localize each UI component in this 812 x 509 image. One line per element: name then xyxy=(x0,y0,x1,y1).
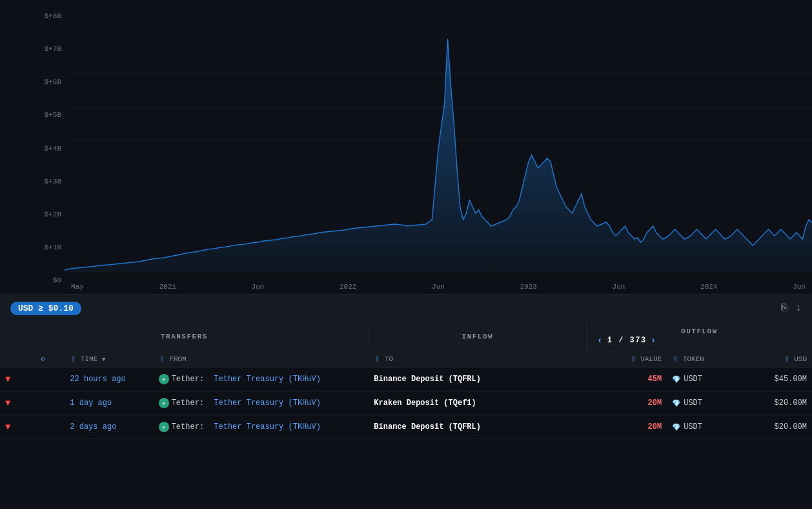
tether-icon: ✦ xyxy=(159,422,169,432)
to-filter-icon: ⧛ xyxy=(374,356,380,363)
time-value: 22 hours ago xyxy=(70,375,125,384)
from-name-text[interactable]: Tether Treasury (TKHuV) xyxy=(214,399,321,408)
copy-icon[interactable]: ⎘ xyxy=(781,302,787,314)
col-time-header[interactable]: ⧛ TIME ▼ xyxy=(65,351,153,368)
row2-token: 💎 USDT xyxy=(667,391,731,415)
table-row: ▼ 1 day ago ✦ Tether: Tether Treasury (T… xyxy=(0,391,812,415)
pagination-current: 1 / 373 xyxy=(607,336,647,345)
download-icon[interactable]: ↓ xyxy=(795,302,802,314)
y-label-2b: $+2B xyxy=(36,211,61,218)
tx-arrow-icon: ▼ xyxy=(5,422,10,432)
chart-y-labels: $+8B $+7B $+6B $+5B $+4B $+3B $+2B $+1B … xyxy=(32,13,65,284)
y-label-3b: $+3B xyxy=(36,178,61,185)
row1-icon: ▼ xyxy=(0,368,19,391)
col-flag xyxy=(0,351,19,368)
row1-flag xyxy=(19,368,36,391)
value-filter-icon: ⧛ xyxy=(630,356,636,363)
to-label: TO xyxy=(385,355,393,363)
tx-arrow-icon: ▼ xyxy=(5,398,10,408)
filter-icons: ⎘ ↓ xyxy=(781,302,802,314)
row3-from: ✦ Tether: Tether Treasury (TKHuV) xyxy=(154,415,369,439)
token-gem-icon: 💎 xyxy=(672,423,681,431)
row3-timer xyxy=(36,415,65,439)
table-sub-headers: ⊙ ⧛ TIME ▼ ⧛ FROM ⧛ TO ⧛ VALUE xyxy=(0,351,812,368)
x-label-jun2: Jun xyxy=(432,284,445,291)
row2-to: Kraken Deposit (TQef1) xyxy=(369,391,586,415)
x-label-jun3: Jun xyxy=(613,284,625,291)
col-token-header[interactable]: ⧛ TOKEN xyxy=(667,351,731,368)
usd-value: $45.00M xyxy=(775,375,807,384)
row1-time: 22 hours ago xyxy=(65,368,153,391)
transfers-header: TRANSFERS xyxy=(0,322,369,351)
time-value: 1 day ago xyxy=(70,399,112,408)
x-label-jun1: Jun xyxy=(252,284,265,291)
col-value-header[interactable]: ⧛ VALUE xyxy=(586,351,667,368)
transfers-table: TRANSFERS INFLOW OUTFLOW ‹ 1 / 373 › ⊙ xyxy=(0,322,812,439)
value-label: VALUE xyxy=(640,355,662,363)
table-wrapper: TRANSFERS INFLOW OUTFLOW ‹ 1 / 373 › ⊙ xyxy=(0,322,812,439)
token-label: TOKEN xyxy=(683,355,704,363)
table-row: ▼ 22 hours ago ✦ Tether: Tether Treasury… xyxy=(0,368,812,391)
row1-timer xyxy=(36,368,65,391)
row1-from: ✦ Tether: Tether Treasury (TKHuV) xyxy=(154,368,369,391)
filter-bar: USD ≥ $0.10 ⎘ ↓ xyxy=(0,294,812,322)
pagination: ‹ 1 / 373 › xyxy=(597,335,802,346)
token-name: USDT xyxy=(684,399,702,408)
to-value[interactable]: Binance Deposit (TQFRL) xyxy=(374,375,481,384)
table-row: ▼ 2 days ago ✦ Tether: Tether Treasury (… xyxy=(0,415,812,439)
row3-to: Binance Deposit (TQFRL) xyxy=(369,415,586,439)
x-label-2022: 2022 xyxy=(340,284,356,291)
inflow-header: INFLOW xyxy=(369,322,586,351)
clock-icon: ⊙ xyxy=(41,356,45,363)
token-gem-icon: 💎 xyxy=(672,375,681,384)
col-to-header[interactable]: ⧛ TO xyxy=(369,351,586,368)
prev-page-button[interactable]: ‹ xyxy=(597,335,604,346)
y-label-6b: $+6B xyxy=(36,79,61,86)
usd-value: $20.00M xyxy=(775,422,807,431)
time-filter-icon: ⧛ xyxy=(70,356,76,363)
chart-svg xyxy=(65,6,812,275)
token-filter-icon: ⧛ xyxy=(672,356,678,363)
filter-badge[interactable]: USD ≥ $0.10 xyxy=(10,302,81,315)
row2-from: ✦ Tether: Tether Treasury (TKHuV) xyxy=(154,391,369,415)
col-timer: ⊙ xyxy=(36,351,65,368)
outflow-header: OUTFLOW ‹ 1 / 373 › xyxy=(586,322,812,351)
from-filter-icon: ⧛ xyxy=(159,356,165,363)
row2-time: 1 day ago xyxy=(65,391,153,415)
row2-icon: ▼ xyxy=(0,391,19,415)
from-value: ✦ Tether: Tether Treasury (TKHuV) xyxy=(159,422,364,432)
from-name-text[interactable]: Tether Treasury (TKHuV) xyxy=(214,422,321,431)
token-gem-icon: 💎 xyxy=(672,399,681,408)
from-label-text: Tether: xyxy=(172,422,204,431)
next-page-button[interactable]: › xyxy=(651,335,657,346)
tether-icon: ✦ xyxy=(159,398,169,408)
token-name: USDT xyxy=(684,375,702,384)
time-sort-icon: ▼ xyxy=(102,357,105,363)
row2-flag xyxy=(19,391,36,415)
value-cell: 20M xyxy=(648,399,662,408)
to-value[interactable]: Kraken Deposit (TQef1) xyxy=(374,399,476,408)
value-cell: 20M xyxy=(648,422,662,431)
row2-usd: $20.00M xyxy=(731,391,812,415)
tether-icon: ✦ xyxy=(159,374,169,384)
col-link xyxy=(19,351,36,368)
col-from-header[interactable]: ⧛ FROM xyxy=(154,351,369,368)
value-cell: 45M xyxy=(648,375,662,384)
col-usd-header[interactable]: ⧛ USD xyxy=(731,351,812,368)
row3-usd: $20.00M xyxy=(731,415,812,439)
table-group-headers: TRANSFERS INFLOW OUTFLOW ‹ 1 / 373 › xyxy=(0,322,812,351)
to-value[interactable]: Binance Deposit (TQFRL) xyxy=(374,422,481,431)
usd-value: $20.00M xyxy=(775,399,807,408)
from-name-text[interactable]: Tether Treasury (TKHuV) xyxy=(214,375,321,384)
x-label-2021: 2021 xyxy=(159,284,176,291)
row3-time: 2 days ago xyxy=(65,415,153,439)
usd-label: USD xyxy=(794,355,807,363)
table-body: ▼ 22 hours ago ✦ Tether: Tether Treasury… xyxy=(0,368,812,439)
from-label: FROM xyxy=(169,355,186,363)
token-cell: 💎 USDT xyxy=(672,375,726,384)
row2-timer xyxy=(36,391,65,415)
from-label-text: Tether: xyxy=(172,375,204,384)
from-value: ✦ Tether: Tether Treasury (TKHuV) xyxy=(159,398,364,408)
row1-value: 45M xyxy=(586,368,667,391)
time-value: 2 days ago xyxy=(70,422,116,431)
